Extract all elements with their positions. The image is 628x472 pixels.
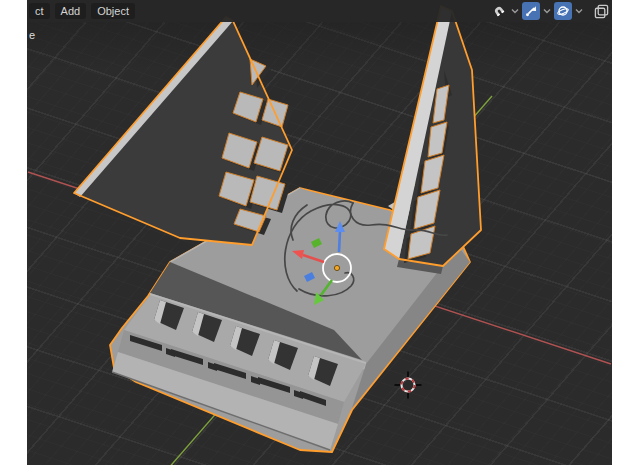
- falloff-sphere-icon: [556, 4, 570, 18]
- falloff-sphere-button[interactable]: [554, 2, 572, 20]
- snap-dropdown[interactable]: [510, 2, 520, 20]
- snap-mode-dropdown[interactable]: [542, 2, 552, 20]
- snap-mode-arrow-icon: [524, 4, 538, 18]
- blender-window: e ct Add Object: [27, 0, 612, 465]
- viewport-header: ct Add Object: [27, 0, 612, 22]
- gizmo-z-axis[interactable]: [339, 231, 340, 252]
- scene-canvas: [27, 0, 612, 465]
- menu-add[interactable]: Add: [55, 3, 87, 19]
- object-origin-dot: [334, 265, 339, 270]
- menu-select-partial[interactable]: ct: [29, 3, 50, 19]
- page: { "header": { "menus": [ {"id": "select-…: [0, 0, 628, 472]
- falloff-dropdown[interactable]: [574, 2, 584, 20]
- snap-magnet-button[interactable]: [490, 2, 508, 20]
- menu-object[interactable]: Object: [91, 3, 135, 19]
- chevron-down-icon: [511, 8, 519, 14]
- xray-toggle-button[interactable]: [592, 2, 610, 20]
- header-toolbar: [490, 2, 610, 20]
- model-left-panel[interactable]: [74, 17, 293, 245]
- snap-magnet-icon: [492, 4, 506, 18]
- viewport-overlay-text: e: [29, 29, 35, 41]
- menu-bar: ct Add Object: [27, 3, 135, 19]
- chevron-down-icon: [543, 8, 551, 14]
- snap-mode-button[interactable]: [522, 2, 540, 20]
- xray-overlap-icon: [594, 4, 609, 19]
- left-panel-face[interactable]: [74, 21, 292, 245]
- cursor-3d: [395, 372, 422, 399]
- chevron-down-icon: [575, 8, 583, 14]
